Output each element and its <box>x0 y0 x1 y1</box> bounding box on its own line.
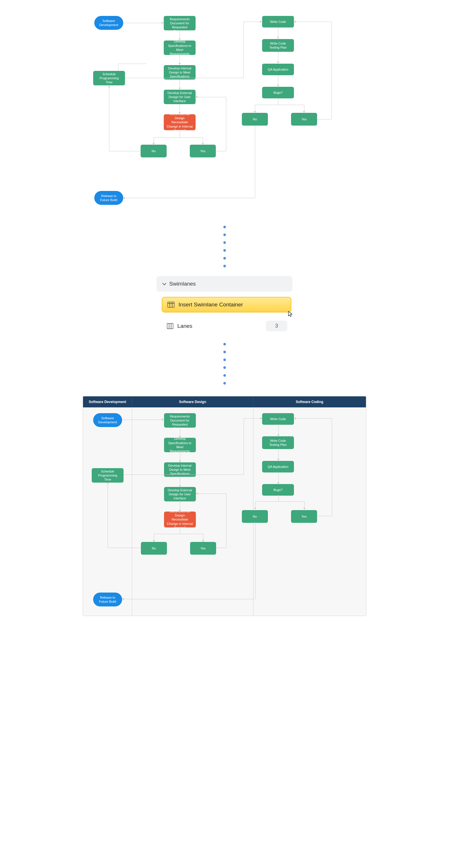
chevron-down-icon <box>162 281 166 285</box>
insert-swimlane-label: Insert Swimlane Container <box>179 302 243 308</box>
lane-header-2: Software Coding <box>253 396 366 407</box>
lane-header-1: Software Design <box>132 396 253 407</box>
receive-node: Receive Requirements Document for Reques… <box>164 16 196 30</box>
no1-node: No <box>140 145 167 157</box>
yes1-node: Yes <box>190 145 216 157</box>
lane-headers: Software Development Software Design Sof… <box>83 396 366 407</box>
swimlane-container-icon <box>167 302 174 308</box>
insert-swimlane-button[interactable]: Insert Swimlane Container <box>162 297 291 312</box>
lane-header-0: Software Development <box>83 396 132 407</box>
sl-no2-node: No <box>242 510 268 523</box>
sl-yes1-node: Yes <box>190 542 216 555</box>
sl-start-node: Software Development <box>93 413 122 427</box>
sl-external-node: Develop External Design for User Interfa… <box>164 487 196 501</box>
sl-schedule-node: Schedule Programming Time <box>92 468 124 483</box>
start-node: Software Development <box>94 16 123 30</box>
sl-testplan-node: Write Code Testing Plan <box>262 436 294 449</box>
lanes-label: Lanes <box>178 323 192 329</box>
bugs-node: Bugs? <box>262 87 294 98</box>
lanes-row: Lanes 3 <box>162 318 292 334</box>
sl-bugs-node: Bugs? <box>262 484 294 496</box>
internal-node: Develop Internal Design to Meet Specific… <box>164 65 196 80</box>
spec-node: Develop Specifications to Meet Requireme… <box>164 40 196 55</box>
no2-node: No <box>242 113 268 126</box>
sl-receive-node: Receive Requirements Document for Reques… <box>164 413 196 428</box>
separator-dots-2 <box>0 343 449 384</box>
swimlanes-header[interactable]: Swimlanes <box>157 276 292 292</box>
schedule-node: Schedule Programming Time <box>93 71 125 85</box>
lanes-icon <box>167 323 173 329</box>
svg-rect-4 <box>167 323 173 329</box>
qa-node: QA Application <box>262 64 294 75</box>
sl-decision1-node: Does External Design Necessitate Change … <box>164 512 196 527</box>
sl-no1-node: No <box>141 542 167 555</box>
swimlanes-panel: Swimlanes Insert Swimlane Container Lane… <box>157 276 292 334</box>
separator-dots <box>0 226 449 267</box>
write-node: Write Code <box>262 16 294 28</box>
cursor-icon <box>288 311 293 317</box>
swimlane-container: Software Development Software Design Sof… <box>83 396 366 616</box>
lane-1: Receive Requirements Document for Reques… <box>132 407 253 616</box>
testplan-node: Write Code Testing Plan <box>262 39 294 52</box>
flowchart-before: Software Development Schedule Programmin… <box>83 11 366 214</box>
external-node: Develop External Design for User Interfa… <box>164 90 196 104</box>
swimlanes-header-label: Swimlanes <box>169 281 196 287</box>
sl-yes2-node: Yes <box>291 510 317 523</box>
decision1-node: Does External Design Necessitate Change … <box>164 114 196 130</box>
sl-write-node: Write Code <box>262 413 294 425</box>
lanes-value[interactable]: 3 <box>266 320 287 331</box>
release-node: Release to Future Build <box>94 191 123 205</box>
lane-2: Write Code Write Code Testing Plan QA Ap… <box>253 407 366 616</box>
sl-spec-node: Develop Specifications to Meet Requireme… <box>164 438 196 452</box>
sl-qa-node: QA Application <box>262 461 294 472</box>
yes2-node: Yes <box>291 113 317 126</box>
svg-rect-0 <box>168 302 174 308</box>
sl-release-node: Release to Future Build <box>93 593 122 607</box>
